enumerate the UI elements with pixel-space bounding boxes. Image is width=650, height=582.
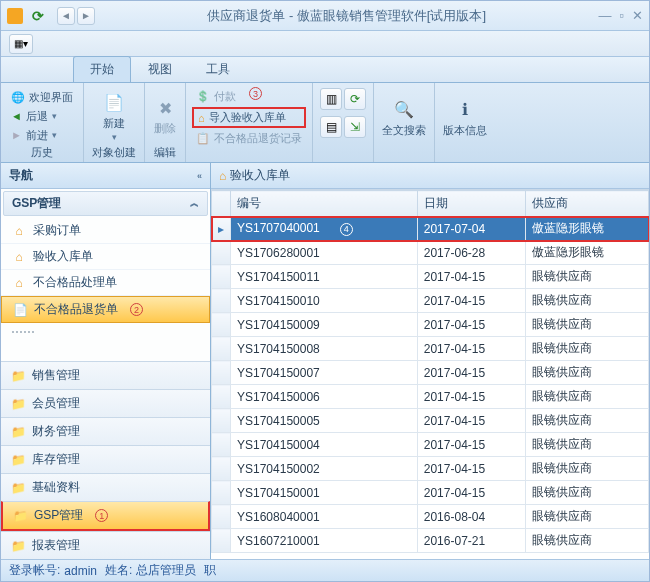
cell-supplier: 眼镜供应商 [525, 529, 648, 553]
tab-start[interactable]: 开始 [73, 56, 131, 82]
table-row[interactable]: YS17041500042017-04-15眼镜供应商 [212, 433, 649, 457]
col-rowhdr[interactable] [212, 191, 231, 217]
marker-4: 4 [340, 223, 353, 236]
minimize-button[interactable]: — [598, 8, 611, 23]
tab-tools[interactable]: 工具 [189, 56, 247, 82]
row-header [212, 361, 231, 385]
table-row[interactable]: YS17062800012017-06-28傲蓝隐形眼镜 [212, 241, 649, 265]
status-role-label: 职 [204, 562, 216, 579]
document-tab[interactable]: ⌂验收入库单 [211, 163, 649, 189]
chevron-up-icon: ︽ [190, 197, 199, 210]
marker-1: 1 [95, 509, 108, 522]
new-button[interactable]: 📄 新建 ▾ [102, 91, 126, 142]
nav-cat-0[interactable]: 📁销售管理 [1, 361, 210, 389]
import-receipt-button[interactable]: ⌂导入验收入库单 [192, 107, 306, 128]
version-info-button[interactable]: ℹ版本信息 [443, 98, 487, 138]
row-header [212, 505, 231, 529]
fulltext-search-button[interactable]: 🔍全文搜索 [382, 98, 426, 138]
table-row[interactable]: YS17041500022017-04-15眼镜供应商 [212, 457, 649, 481]
nav-back-icon[interactable]: ◄ [57, 7, 75, 25]
table-row[interactable]: YS16080400012016-08-04眼镜供应商 [212, 505, 649, 529]
cell-supplier: 傲蓝隐形眼镜 [525, 217, 648, 241]
col-supplier[interactable]: 供应商 [525, 191, 648, 217]
search-icon: 🔍 [392, 98, 416, 122]
table-row[interactable]: YS17041500012017-04-15眼镜供应商 [212, 481, 649, 505]
table-row[interactable]: YS17041500112017-04-15眼镜供应商 [212, 265, 649, 289]
table-row[interactable]: YS16072100012016-07-21眼镜供应商 [212, 529, 649, 553]
folder-icon: 📁 [11, 539, 26, 553]
nav-cat-5[interactable]: 📁GSP管理1 [1, 501, 210, 531]
nav-cat-6[interactable]: 📁报表管理 [1, 531, 210, 559]
welcome-button[interactable]: 🌐欢迎界面 [7, 89, 77, 106]
close-button[interactable]: ✕ [632, 8, 643, 23]
reject-log-button[interactable]: 📋不合格品退货记录 [192, 130, 306, 147]
cell-code: YS1608040001 [231, 505, 418, 529]
table-row[interactable]: YS17041500062017-04-15眼镜供应商 [212, 385, 649, 409]
misc-btn-1[interactable]: ▥ [320, 88, 342, 110]
forward-button[interactable]: ►前进▾ [7, 127, 77, 144]
cell-code: YS1704150009 [231, 313, 418, 337]
cell-date: 2017-04-15 [417, 313, 525, 337]
nav-fwd-icon[interactable]: ► [77, 7, 95, 25]
misc-refresh[interactable]: ⟳ [344, 88, 366, 110]
table-row[interactable]: ▸YS170704000142017-07-04傲蓝隐形眼镜 [212, 217, 649, 241]
table-row[interactable]: YS17041500052017-04-15眼镜供应商 [212, 409, 649, 433]
tree-item-0[interactable]: ⌂采购订单 [1, 218, 210, 244]
pay-button[interactable]: 💲付款 [192, 88, 306, 105]
misc-btn-3[interactable]: ⇲ [344, 116, 366, 138]
tree-item-3[interactable]: 📄不合格品退货单2 [1, 296, 210, 323]
cell-code: YS1704150004 [231, 433, 418, 457]
col-code[interactable]: 编号 [231, 191, 418, 217]
cell-date: 2017-04-15 [417, 457, 525, 481]
marker-2: 2 [130, 303, 143, 316]
tab-view[interactable]: 视图 [131, 56, 189, 82]
home-icon: ⌂ [198, 112, 205, 124]
table-row[interactable]: YS17041500082017-04-15眼镜供应商 [212, 337, 649, 361]
cell-supplier: 眼镜供应商 [525, 433, 648, 457]
nav-categories: 📁销售管理📁会员管理📁财务管理📁库存管理📁基础资料📁GSP管理1📁报表管理 [1, 361, 210, 559]
col-date[interactable]: 日期 [417, 191, 525, 217]
chevron-left-icon[interactable]: « [197, 171, 202, 181]
nav-cat-1[interactable]: 📁会员管理 [1, 389, 210, 417]
doc-icon: 📋 [196, 132, 210, 145]
ribbon-tabs: 开始 视图 工具 [1, 57, 649, 83]
table-row[interactable]: YS17041500072017-04-15眼镜供应商 [212, 361, 649, 385]
misc-btn-2[interactable]: ▤ [320, 116, 342, 138]
nav-cat-2[interactable]: 📁财务管理 [1, 417, 210, 445]
nav-cat-label: 财务管理 [32, 423, 80, 440]
folder-icon: 📁 [13, 509, 28, 523]
cell-code: YS17070400014 [231, 217, 418, 241]
tree-item-1[interactable]: ⌂验收入库单 [1, 244, 210, 270]
nav-panel: 导航« GSP管理︽ ⌂采购订单⌂验收入库单⌂不合格品处理单📄不合格品退货单2⋯… [1, 163, 211, 559]
delete-button[interactable]: ✖ 删除 [153, 96, 177, 136]
tree-item-2[interactable]: ⌂不合格品处理单 [1, 270, 210, 296]
row-header [212, 337, 231, 361]
grid-container[interactable]: 编号 日期 供应商 ▸YS170704000142017-07-04傲蓝隐形眼镜… [211, 189, 649, 559]
row-header [212, 433, 231, 457]
row-header [212, 457, 231, 481]
cell-date: 2016-07-21 [417, 529, 525, 553]
globe-icon: 🌐 [11, 91, 25, 104]
maximize-button[interactable]: ▫ [619, 8, 624, 23]
ribbon-group-objcreate: 📄 新建 ▾ 对象创建 [84, 83, 145, 162]
table-row[interactable]: YS17041500092017-04-15眼镜供应商 [212, 313, 649, 337]
folder-icon: 📁 [11, 425, 26, 439]
back-button[interactable]: ◄后退▾ [7, 108, 77, 125]
cell-date: 2017-06-28 [417, 241, 525, 265]
cell-date: 2017-04-15 [417, 385, 525, 409]
window-title: 供应商退货单 - 傲蓝眼镜销售管理软件[试用版本] [95, 7, 598, 25]
ribbon-group-history: 🌐欢迎界面 ◄后退▾ ►前进▾ 历史 [1, 83, 84, 162]
refresh-icon[interactable]: ⟳ [29, 7, 47, 25]
nav-cat-3[interactable]: 📁库存管理 [1, 445, 210, 473]
cell-date: 2017-04-15 [417, 409, 525, 433]
cell-supplier: 眼镜供应商 [525, 313, 648, 337]
cell-supplier: 眼镜供应商 [525, 337, 648, 361]
status-account-label: 登录帐号: [9, 562, 60, 579]
cell-code: YS1704150010 [231, 289, 418, 313]
nav-section-header[interactable]: GSP管理︽ [3, 191, 208, 216]
cell-supplier: 傲蓝隐形眼镜 [525, 241, 648, 265]
table-row[interactable]: YS17041500102017-04-15眼镜供应商 [212, 289, 649, 313]
row-header [212, 529, 231, 553]
menu-dropdown-button[interactable]: ▦▾ [9, 34, 33, 54]
nav-cat-4[interactable]: 📁基础资料 [1, 473, 210, 501]
